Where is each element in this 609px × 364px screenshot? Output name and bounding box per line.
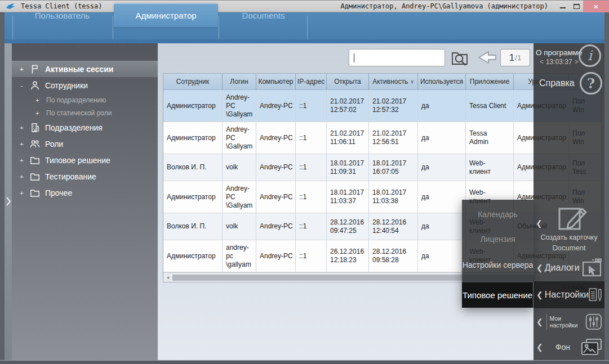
- menu-item[interactable]: Типовое решение: [462, 282, 534, 308]
- settings-button[interactable]: ❮ Настройки: [534, 281, 604, 308]
- dialogs-button[interactable]: ❮ Диалоги: [534, 256, 604, 280]
- table-cell: Andrey-PC: [256, 181, 296, 213]
- page-indicator: 1 / 1: [500, 49, 530, 66]
- table-cell: ::1: [296, 181, 327, 213]
- text-caret: [354, 53, 354, 62]
- maximize-icon: [574, 4, 580, 9]
- roles-icon: [29, 138, 41, 150]
- table-cell: volk: [223, 213, 256, 240]
- expand-panel-button[interactable]: [5, 194, 12, 209]
- column-header[interactable]: Сотрудник: [163, 74, 223, 89]
- table-cell: 21.02.2017 12:56:51: [369, 122, 418, 154]
- table-cell: 18.01.2017 11:03:38: [369, 181, 418, 213]
- minimize-button[interactable]: [556, 1, 570, 12]
- column-header[interactable]: Компьютер: [256, 74, 296, 89]
- help-section: Справка ?: [534, 71, 604, 96]
- table-cell: да: [418, 213, 466, 240]
- tree-item[interactable]: -Сотрудники: [12, 77, 158, 93]
- column-header[interactable]: IP-адрес: [296, 74, 327, 89]
- maximize-button[interactable]: [570, 1, 583, 12]
- my-settings-button[interactable]: ❮ Мои настройки: [534, 311, 604, 333]
- column-header[interactable]: Активность∨: [369, 74, 418, 89]
- clock-label: 13:03:37: [546, 58, 572, 66]
- expander-toggle[interactable]: +: [34, 110, 41, 116]
- column-header[interactable]: Используется: [418, 74, 466, 89]
- expander-toggle[interactable]: +: [19, 173, 25, 180]
- expander-toggle[interactable]: -: [19, 82, 25, 89]
- time-next-arrow[interactable]: >: [575, 58, 579, 66]
- tree-item-label: Активные сессии: [45, 65, 113, 74]
- scroll-left-arrow-icon[interactable]: ◂: [163, 275, 172, 280]
- tree-item[interactable]: +Активные сессии: [12, 61, 158, 77]
- table-cell: Администратор: [163, 122, 223, 154]
- column-header[interactable]: Логин: [223, 74, 256, 89]
- expander-toggle[interactable]: +: [34, 97, 41, 104]
- tree-item[interactable]: +По статической роли: [12, 106, 158, 119]
- tree-item-label: Сотрудники: [45, 81, 88, 90]
- table-cell: 18.01.2017 11:03:37: [327, 181, 369, 213]
- table-cell: да: [418, 181, 466, 213]
- page-separator: /: [515, 54, 517, 62]
- expander-toggle[interactable]: +: [19, 66, 25, 73]
- info-icon[interactable]: i: [579, 44, 601, 67]
- nav-tree: +Активные сессии-Сотрудники+По подраздел…: [12, 43, 158, 360]
- background-button[interactable]: ❮ Фон: [534, 335, 604, 359]
- dialog-window-icon: [582, 258, 602, 277]
- table-cell: Andrey- PC \Gallyam: [223, 90, 256, 122]
- expander-toggle[interactable]: +: [19, 124, 25, 131]
- back-arrow-button[interactable]: [475, 48, 499, 67]
- background-images-icon: [581, 338, 602, 356]
- settings-document-icon: [589, 284, 602, 305]
- help-icon[interactable]: ?: [580, 72, 602, 95]
- tab-documents[interactable]: Documents: [220, 3, 307, 27]
- expander-toggle[interactable]: +: [19, 141, 25, 147]
- window-border: [0, 12, 5, 364]
- column-header-label: Активность: [372, 78, 408, 86]
- page-current: 1: [509, 52, 514, 64]
- tab-user[interactable]: Пользователь: [12, 3, 112, 27]
- tree-item[interactable]: +Подразделения: [12, 119, 158, 136]
- column-header[interactable]: Открыта: [327, 74, 369, 89]
- divider: [546, 314, 547, 330]
- search-folder-button[interactable]: [450, 48, 470, 68]
- window-border: [604, 12, 609, 364]
- table-cell: Andrey-PC: [256, 90, 296, 122]
- settings-label: Настройки: [545, 290, 589, 300]
- about-label[interactable]: О программе: [536, 48, 583, 57]
- close-button[interactable]: ×: [583, 1, 609, 12]
- menu-item[interactable]: Календарь: [462, 206, 534, 222]
- create-card-button[interactable]: ❮ Создать карточку Document: [534, 201, 604, 256]
- table-cell: Tessa Client: [466, 90, 514, 122]
- tree-item-label: Роли: [45, 140, 63, 149]
- tab-administrator[interactable]: Администратор: [114, 3, 218, 27]
- collapse-chevron-icon: ❮: [536, 317, 543, 326]
- table-cell: Andrey- PC \Gallyam: [223, 181, 256, 213]
- create-card-label: Создать карточку: [534, 233, 604, 241]
- menu-item[interactable]: Лицензия: [462, 231, 534, 247]
- expander-toggle[interactable]: +: [19, 157, 25, 164]
- tree-item-label: Тестирование: [45, 172, 96, 181]
- column-header-label: IP-адрес: [297, 78, 324, 86]
- search-field[interactable]: [349, 49, 445, 66]
- current-user-info: Администратор, Andrey-PC\Gallyamova (адм…: [341, 2, 548, 10]
- table-cell: да: [418, 90, 466, 122]
- tree-item-label: Типовое решение: [45, 156, 110, 165]
- help-label[interactable]: Справка: [539, 78, 575, 88]
- table-cell: Волков И. П.: [163, 213, 223, 240]
- column-header[interactable]: Приложение: [466, 74, 514, 89]
- sort-indicator: ∨: [410, 79, 414, 84]
- time-prev-arrow[interactable]: <: [540, 58, 544, 66]
- table-cell: 21.02.2017 12:57:32: [369, 90, 418, 122]
- menu-item[interactable]: Настройки сервера: [462, 257, 534, 273]
- column-header-label: Приложение: [470, 78, 509, 86]
- table-cell: Web- клиент: [466, 154, 514, 181]
- tree-item[interactable]: +Типовое решение: [12, 152, 158, 168]
- folder-icon: [29, 155, 41, 166]
- expander-toggle[interactable]: +: [19, 190, 25, 196]
- tree-item[interactable]: +Роли: [12, 136, 158, 152]
- table-cell: да: [418, 122, 466, 154]
- table-cell: ::1: [296, 213, 327, 240]
- tree-item[interactable]: +Тестирование: [12, 168, 158, 185]
- tree-item[interactable]: +По подразделению: [12, 93, 158, 106]
- tree-item[interactable]: +Прочее: [12, 185, 158, 201]
